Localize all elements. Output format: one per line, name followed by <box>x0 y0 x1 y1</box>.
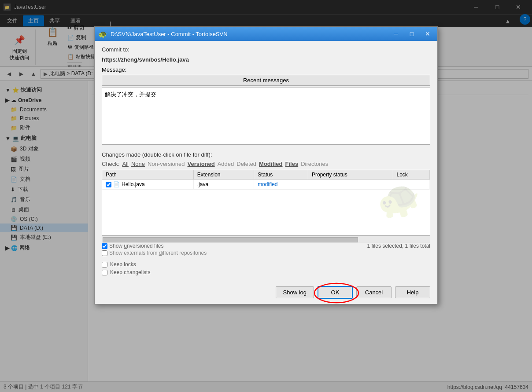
table-row[interactable]: 📄 Hello.java .java modified <box>102 180 430 190</box>
commit-to-url-row: https://zheng/svn/bos/Hello.java <box>102 56 430 63</box>
message-textarea[interactable]: 解决了冲突，并提交 <box>102 88 430 145</box>
horizontal-scrollbar[interactable] <box>102 236 430 243</box>
filter-none[interactable]: None <box>131 161 145 167</box>
ok-button[interactable]: OK <box>318 286 353 299</box>
files-table-container: 🐢 Path Extension Status Property status … <box>102 170 430 236</box>
col-path: Path <box>102 170 193 180</box>
row-path: 📄 Hello.java <box>102 180 193 190</box>
keep-locks-row: Keep locks <box>102 261 430 267</box>
filter-deleted[interactable]: Deleted <box>236 161 256 167</box>
dialog-buttons: Show log OK Cancel Help <box>95 282 437 304</box>
keep-changelists-label: Keep changelists <box>110 269 150 275</box>
row-path-text: Hello.java <box>122 181 145 187</box>
message-label: Message: <box>102 66 430 73</box>
scrollbar-thumb[interactable] <box>103 237 358 242</box>
commit-to-row: Commit to: <box>102 46 430 53</box>
row-status: modified <box>254 180 308 190</box>
check-filter-row: Check: All None Non-versioned Versioned … <box>102 161 430 167</box>
row-checkbox[interactable] <box>106 182 111 187</box>
col-extension: Extension <box>193 170 254 180</box>
show-externals-label: Show externals from different repositori… <box>109 250 207 256</box>
filter-modified[interactable]: Modified <box>259 161 282 167</box>
show-unversioned-checkbox[interactable] <box>102 243 107 249</box>
keep-locks-checkbox[interactable] <box>102 262 107 267</box>
tortoise-title-icon: 🐢 <box>98 30 107 38</box>
show-unversioned-row: Show unversioned files <box>102 243 163 249</box>
commit-dialog: 🐢 D:\SVN\JavaTestUser - Commit - Tortois… <box>94 26 438 304</box>
keep-changelists-checkbox[interactable] <box>102 270 107 275</box>
options-row: Show unversioned files 1 files selected,… <box>102 243 430 249</box>
filter-versioned[interactable]: Versioned <box>188 161 215 167</box>
filter-directories[interactable]: Directories <box>301 161 328 167</box>
bottom-options: Keep locks Keep changelists <box>102 260 430 277</box>
dialog-title-bar: 🐢 D:\SVN\JavaTestUser - Commit - Tortois… <box>95 27 437 41</box>
dialog-title-text: D:\SVN\JavaTestUser - Commit - TortoiseS… <box>111 31 386 37</box>
filter-all[interactable]: All <box>122 161 128 167</box>
cancel-button[interactable]: Cancel <box>356 286 392 298</box>
commit-to-url: https://zheng/svn/bos/Hello.java <box>102 56 189 63</box>
show-log-button[interactable]: Show log <box>276 286 314 298</box>
dialog-overlay: 🐢 D:\SVN\JavaTestUser - Commit - Tortois… <box>0 0 532 392</box>
col-status: Status <box>254 170 308 180</box>
check-label: Check: <box>102 161 119 167</box>
commit-to-label: Commit to: <box>102 46 129 53</box>
col-property-status: Property status <box>308 170 393 180</box>
filter-added[interactable]: Added <box>218 161 234 167</box>
dialog-maximize-button[interactable]: □ <box>406 29 418 39</box>
col-lock: Lock <box>393 170 429 180</box>
row-property-status <box>308 180 393 190</box>
dialog-close-button[interactable]: ✕ <box>421 29 434 39</box>
changes-label: Changes made (double-click on file for d… <box>102 151 430 158</box>
files-count: 1 files selected, 1 files total <box>367 243 430 249</box>
show-unversioned-label: Show unversioned files <box>109 243 163 249</box>
keep-changelists-row: Keep changelists <box>102 269 430 275</box>
dialog-minimize-button[interactable]: ─ <box>390 29 402 39</box>
ok-button-wrapper: OK <box>318 286 353 299</box>
help-button[interactable]: Help <box>395 286 430 298</box>
row-extension: .java <box>193 180 254 190</box>
keep-locks-label: Keep locks <box>110 261 136 267</box>
file-type-icon: 📄 <box>113 181 120 187</box>
filter-non-versioned[interactable]: Non-versioned <box>148 161 185 167</box>
row-lock <box>393 180 429 190</box>
table-header-row: Path Extension Status Property status Lo… <box>102 170 430 180</box>
show-externals-row: Show externals from different repositori… <box>102 250 430 256</box>
files-table: Path Extension Status Property status Lo… <box>102 170 430 190</box>
show-externals-checkbox[interactable] <box>102 250 107 256</box>
filter-files[interactable]: Files <box>285 161 299 167</box>
dialog-body: Commit to: https://zheng/svn/bos/Hello.j… <box>95 41 437 282</box>
message-section: Message: Recent messages 解决了冲突，并提交 <box>102 66 430 146</box>
changes-section: Changes made (double-click on file for d… <box>102 151 430 256</box>
recent-messages-button[interactable]: Recent messages <box>102 75 430 86</box>
